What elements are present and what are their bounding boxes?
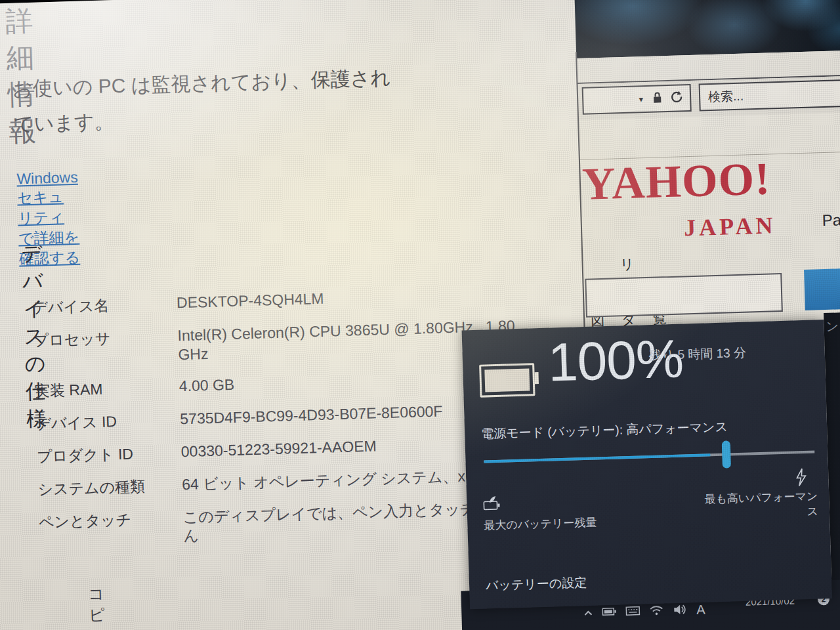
address-dropdown-icon[interactable]: ▼ [637, 95, 644, 103]
lock-icon [652, 91, 663, 106]
spec-value: DESKTOP-4SQH4LM [177, 289, 324, 314]
spec-label: システムの種類 [37, 475, 182, 500]
ime-indicator[interactable]: A [696, 602, 705, 618]
yahoo-logo-japan[interactable]: JAPAN [683, 211, 776, 242]
screen: 詳細情報 お使いの PC は監視されており、保護され ています。 Windows… [0, 0, 840, 630]
power-slider-fill [484, 453, 710, 463]
battery-flyout: 100% 残り 5 時間 13 分 電源モード (バッテリー): 高パフォーマン… [462, 320, 832, 609]
table-row: デバイス名 DESKTOP-4SQH4LM [32, 281, 607, 318]
battery-fill [484, 368, 530, 392]
power-mode-label: 電源モード (バッテリー): 高パフォーマンス [481, 419, 728, 443]
address-bar[interactable]: ▼ [582, 84, 692, 115]
power-slider-thumb[interactable] [722, 440, 731, 468]
spec-label: デバイス名 [32, 293, 177, 318]
battery-icon-tip [534, 372, 539, 384]
refresh-icon[interactable] [670, 90, 684, 106]
power-slider-track[interactable] [484, 451, 814, 463]
lightning-bolt-icon [793, 467, 808, 490]
yahoo-search-box[interactable] [585, 273, 783, 318]
page-text-fragment: ンタ [826, 318, 840, 335]
copy-button[interactable]: コピー [88, 583, 106, 630]
browser-search-input[interactable]: 検索... [699, 79, 840, 112]
touch-keyboard-icon[interactable] [625, 606, 640, 618]
spec-label: 実装 RAM [35, 377, 180, 402]
spec-label: デバイス ID [35, 410, 180, 434]
battery-saver-icon [482, 495, 501, 515]
spec-value: 4.00 GB [178, 375, 234, 396]
spec-value: 5735D4F9-BC99-4D93-B07E-8E0600F [180, 402, 443, 430]
partial-text: Pa [822, 211, 840, 230]
yahoo-logo[interactable]: YAHOO! [581, 152, 772, 210]
wifi-icon[interactable] [649, 604, 664, 618]
chevron-up-icon[interactable] [583, 607, 593, 619]
spec-label: ペンとタッチ [38, 508, 184, 550]
slider-right-label: 最も高いパフォーマンス [693, 488, 818, 522]
desktop-wallpaper [574, 0, 840, 58]
spec-value: 00330-51223-59921-AAOEM [180, 436, 377, 463]
search-placeholder: 検索... [708, 88, 744, 106]
slider-left-label: 最大のバッテリー残量 [484, 515, 597, 534]
spec-label: プロダクト ID [37, 442, 182, 467]
battery-settings-link[interactable]: バッテリーの設定 [486, 574, 587, 595]
yahoo-search-button[interactable] [804, 268, 840, 310]
taskbar-battery-icon[interactable] [602, 606, 617, 619]
battery-icon [479, 363, 535, 397]
photographed-screen: { "settings": { "page_title": "詳細情報", "s… [0, 0, 840, 630]
spec-label: プロセッサ [33, 326, 178, 368]
battery-remaining-time: 残り 5 時間 13 分 [648, 345, 746, 364]
speaker-icon[interactable] [673, 603, 688, 618]
security-status-text: お使いの PC は監視されており、保護され ています。 [12, 60, 392, 142]
